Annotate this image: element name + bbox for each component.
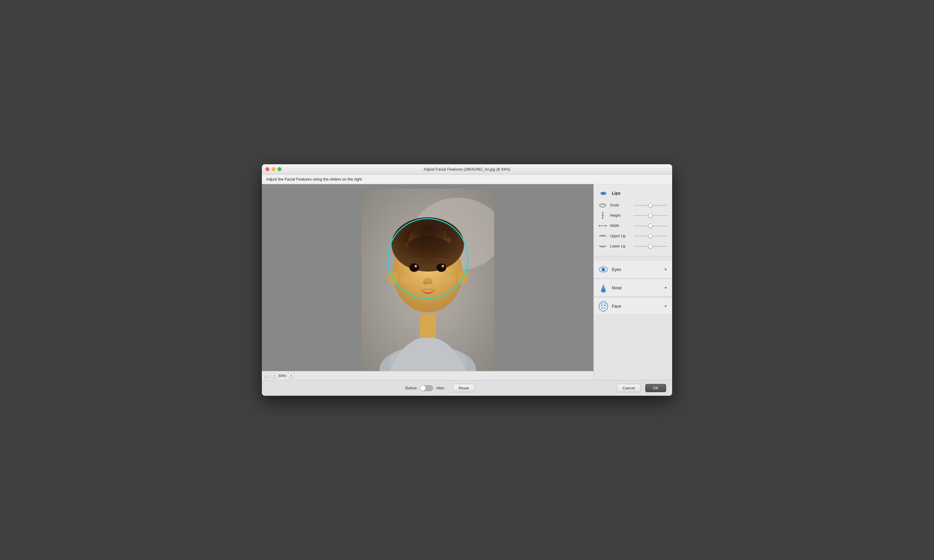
smile-slider[interactable] <box>633 205 667 206</box>
svg-marker-21 <box>602 218 604 219</box>
reset-button[interactable]: Reset <box>453 384 474 392</box>
upper-lip-slider-container <box>633 233 667 239</box>
main-window: Adjust Facial Features (28542492_ml.jpg … <box>262 164 672 396</box>
svg-point-6 <box>387 271 398 284</box>
actual-size-button[interactable]: + <box>272 373 277 378</box>
svg-point-14 <box>423 282 427 285</box>
right-panel-filler <box>594 315 672 380</box>
height-slider[interactable] <box>633 215 667 216</box>
smile-slider-row: Smile <box>599 202 667 209</box>
before-after-toggle[interactable] <box>420 385 433 391</box>
svg-marker-25 <box>605 225 607 227</box>
height-icon <box>599 212 607 219</box>
toggle-knob <box>420 386 426 391</box>
nose-section-title: Nose <box>612 285 661 290</box>
svg-point-17 <box>400 276 413 285</box>
before-label: Before <box>405 386 417 390</box>
width-slider-row: Width <box>599 222 667 229</box>
before-after-group: Before After <box>405 385 445 391</box>
svg-point-8 <box>392 217 464 272</box>
nose-section[interactable]: Nose ▼ <box>594 279 672 297</box>
canvas-area: □ + 84% ▾ <box>262 184 594 380</box>
bottom-bar: Before After Reset Cancel OK <box>262 380 672 396</box>
upper-lip-icon <box>599 232 607 240</box>
instruction-text: Adjust the Facial Features using the sli… <box>266 177 362 182</box>
svg-rect-4 <box>420 314 436 338</box>
upper-lip-label: Upper Lip <box>610 234 630 238</box>
svg-point-12 <box>442 265 444 267</box>
close-button[interactable] <box>266 167 269 171</box>
photo-svg <box>361 189 494 375</box>
main-content: □ + 84% ▾ <box>262 184 672 380</box>
right-panel: Lips Smile <box>594 184 672 380</box>
width-slider[interactable] <box>633 225 667 226</box>
svg-point-7 <box>457 271 468 284</box>
width-label: Width <box>610 224 630 228</box>
smile-label: Smile <box>610 203 630 208</box>
eyes-icon <box>599 265 608 274</box>
eyes-section[interactable]: Eyes ▼ <box>594 261 672 278</box>
width-icon <box>599 222 607 229</box>
photo-container <box>361 189 494 375</box>
height-slider-row: Height <box>599 212 667 219</box>
nose-chevron-icon: ▼ <box>664 286 667 290</box>
face-section-title: Face <box>612 304 661 309</box>
svg-point-9 <box>409 263 419 272</box>
minimize-button[interactable] <box>272 167 275 171</box>
lower-lip-slider-row: Lower Lip <box>599 243 667 250</box>
lower-lip-label: Lower Lip <box>610 244 630 248</box>
window-title: Adjust Facial Features (28542492_ml.jpg … <box>423 167 511 171</box>
upper-lip-slider[interactable] <box>633 236 667 237</box>
svg-point-31 <box>604 305 606 306</box>
cancel-button[interactable]: Cancel <box>617 384 641 392</box>
width-slider-container <box>633 223 667 229</box>
lower-lip-slider-container <box>633 243 667 249</box>
maximize-button[interactable] <box>278 167 281 171</box>
nose-icon <box>599 283 608 293</box>
svg-marker-24 <box>599 225 600 227</box>
fit-to-window-button[interactable]: □ <box>264 373 270 378</box>
lower-lip-icon <box>599 243 607 250</box>
height-slider-container <box>633 212 667 218</box>
ok-button[interactable]: OK <box>645 384 666 392</box>
smile-slider-container <box>633 202 667 208</box>
eyes-chevron-icon: ▼ <box>664 268 667 271</box>
lips-section: Lips Smile <box>594 184 672 256</box>
svg-point-11 <box>415 265 417 267</box>
svg-point-18 <box>443 276 456 285</box>
lips-icon <box>599 188 608 198</box>
svg-point-15 <box>429 282 433 285</box>
zoom-level: 84% <box>279 374 286 378</box>
face-section[interactable]: Face ▼ <box>594 298 672 315</box>
zoom-dropdown[interactable]: ▾ <box>288 373 295 378</box>
lips-section-title: Lips <box>612 191 667 195</box>
svg-point-30 <box>601 305 603 306</box>
section-spacer-1 <box>594 256 672 261</box>
eyes-section-title: Eyes <box>612 267 661 272</box>
face-icon <box>599 302 608 311</box>
lower-lip-slider[interactable] <box>633 246 667 247</box>
upper-lip-slider-row: Upper Lip <box>599 232 667 240</box>
face-chevron-icon: ▼ <box>664 305 667 308</box>
canvas-bottom-bar: □ + 84% ▾ <box>262 371 593 380</box>
smile-icon <box>599 202 607 209</box>
svg-point-10 <box>437 263 446 272</box>
svg-point-16 <box>410 303 446 312</box>
lips-section-header: Lips <box>599 188 667 198</box>
svg-marker-20 <box>602 212 604 213</box>
traffic-lights <box>266 167 281 171</box>
instruction-bar: Adjust the Facial Features using the sli… <box>262 174 672 184</box>
height-label: Height <box>610 213 630 218</box>
svg-point-29 <box>604 268 605 269</box>
titlebar: Adjust Facial Features (28542492_ml.jpg … <box>262 164 672 174</box>
after-label: After <box>436 386 445 390</box>
